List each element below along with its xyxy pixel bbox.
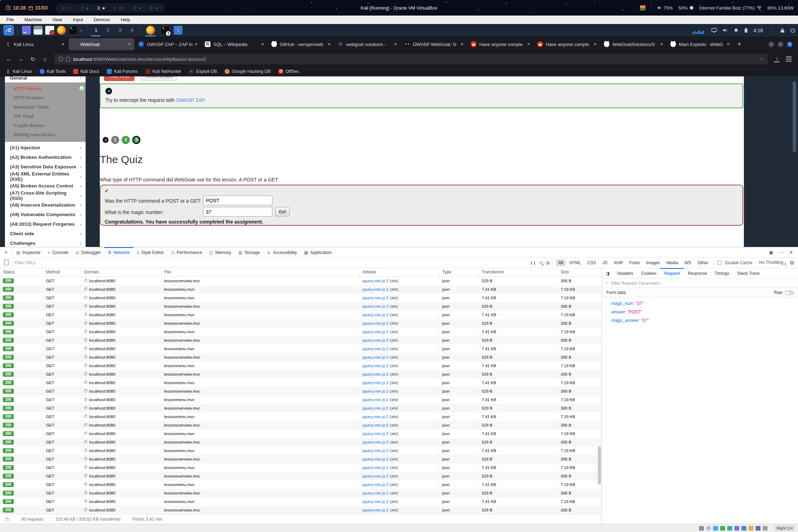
responsive-design-icon[interactable]: ▣	[769, 250, 773, 255]
throttling-select[interactable]: No Throttling▲▼	[759, 260, 786, 266]
workspace-item[interactable]: 5: ●	[134, 5, 141, 11]
request-details-tab[interactable]: Request	[660, 268, 684, 278]
sidebar-lesson-item[interactable]: HTTP Basics ✔	[5, 84, 86, 93]
sidebar-category-item[interactable]: (A7) Cross-Site Scripting (XSS) ›	[5, 191, 86, 200]
devtools-tab[interactable]: Style Editor	[133, 247, 167, 258]
initiator-link[interactable]: jquery.min.js:2	[363, 482, 388, 487]
sidebar-category-item[interactable]: (A4) XML External Entities (XXE) ›	[5, 172, 86, 181]
initiator-link[interactable]: jquery.min.js:2	[363, 313, 388, 317]
firefox-tab[interactable]: Main Exploits · WebG ✕	[667, 38, 733, 50]
volume-status[interactable]: 75%	[657, 5, 673, 11]
network-request-row[interactable]: 200 GET localhost:8080 lessonoverview.mv…	[0, 277, 602, 285]
network-request-row[interactable]: 200 GET localhost:8080 lessonoverview.mv…	[0, 319, 602, 328]
menubar-item[interactable]: Machine	[24, 17, 42, 22]
type-filter-button[interactable]: CSS	[585, 259, 599, 266]
cpu-graph-widget[interactable]	[692, 30, 704, 34]
workspace-item[interactable]: 3: ●	[97, 5, 105, 11]
devtools-tab[interactable]: Inspector	[13, 247, 44, 258]
column-header[interactable]: Size	[558, 268, 602, 276]
network-request-row[interactable]: 200 GET localhost:8080 lessonmenu.mvc jq…	[0, 395, 602, 404]
hamburger-menu-icon[interactable]	[786, 57, 792, 62]
audio-status-icon[interactable]	[713, 526, 718, 531]
url-bar[interactable]: localhost:8080/WebGoat/start.mvc#lesson/…	[54, 54, 768, 64]
brightness-status[interactable]: 50%	[678, 5, 694, 11]
initiator-link[interactable]: jquery.min.js:2	[363, 508, 388, 512]
menubar-item[interactable]: Input	[73, 17, 83, 22]
tab-close-icon[interactable]: ✕	[62, 42, 65, 47]
initiator-link[interactable]: jquery.min.js:2	[363, 304, 388, 308]
firefox-tab[interactable]: GitHub - vernjan/web ✕	[268, 38, 334, 50]
network-request-row[interactable]: 200 GET localhost:8080 lessonmenu.mvc jq…	[0, 497, 602, 506]
bookmark-item[interactable]: Kali Docs	[73, 69, 99, 74]
column-header[interactable]: Initiator	[360, 268, 439, 276]
maximize-button[interactable]	[778, 42, 783, 47]
initiator-link[interactable]: jquery.min.js:2	[363, 338, 388, 342]
terminal-launcher-icon[interactable]	[69, 26, 77, 35]
recording-status-icon[interactable]	[748, 526, 753, 531]
page-back-button[interactable]: ◄	[103, 137, 109, 143]
initiator-link[interactable]: jquery.min.js:2	[363, 287, 388, 291]
tab-close-icon[interactable]: ✕	[594, 42, 597, 47]
tab-close-icon[interactable]: ✕	[527, 42, 530, 47]
keyboard-layout-icon[interactable]	[640, 5, 646, 11]
vm-clock[interactable]: 4:16	[753, 28, 763, 33]
request-details-tab[interactable]: Response	[684, 268, 711, 278]
initiator-link[interactable]: jquery.min.js:2	[363, 499, 388, 504]
firefox-tab[interactable]: webgoat solutions - ✕	[335, 38, 400, 50]
network-request-row[interactable]: 200 GET localhost:8080 lessonoverview.mv…	[0, 506, 602, 514]
type-filter-button[interactable]: HTML	[567, 259, 584, 266]
workspace-number[interactable]: 2	[102, 24, 114, 36]
new-tab-button[interactable]: +	[734, 40, 745, 48]
hint-prev-icon[interactable]: ◄	[105, 88, 112, 94]
kali-menu-button[interactable]	[4, 26, 13, 35]
magic-number-input[interactable]	[203, 207, 272, 216]
request-list-scrollbar[interactable]	[598, 446, 601, 485]
block-requests-icon[interactable]	[546, 261, 549, 265]
pick-element-icon[interactable]: ⌖	[0, 247, 13, 258]
network-request-row[interactable]: 200 GET localhost:8080 lessonmenu.mvc jq…	[0, 446, 602, 455]
filter-request-parameters-input[interactable]	[611, 281, 798, 286]
go-button[interactable]: Go!	[275, 207, 290, 216]
network-request-row[interactable]: 200 GET localhost:8080 lessonmenu.mvc jq…	[0, 345, 602, 353]
devtools-tab[interactable]: Memory	[206, 247, 235, 258]
devtools-meatball-menu-icon[interactable]: ⋯	[779, 250, 783, 255]
initiator-link[interactable]: jquery.min.js:2	[363, 330, 388, 334]
workspace-number[interactable]: 3	[114, 24, 126, 36]
filter-urls-input[interactable]	[15, 260, 99, 265]
form-data-param[interactable]: magic_answer: "37"	[611, 318, 798, 323]
devtools-tab[interactable]: Accessibility	[264, 247, 301, 258]
sidebar-item-general[interactable]: General ›	[5, 76, 86, 82]
network-request-row[interactable]: 200 GET localhost:8080 lessonmenu.mvc jq…	[0, 463, 602, 472]
network-request-row[interactable]: 200 GET localhost:8080 lessonmenu.mvc jq…	[0, 328, 602, 336]
devtools-tab[interactable]: Network	[104, 247, 133, 258]
network-status-icon[interactable]	[720, 526, 725, 531]
network-request-row[interactable]: 200 GET localhost:8080 lessonmenu.mvc jq…	[0, 285, 602, 294]
workspace-item[interactable]: 4: </>	[114, 5, 125, 11]
column-header[interactable]: Domain	[81, 268, 161, 276]
bookmark-item[interactable]: OffSec	[278, 69, 299, 74]
network-request-row[interactable]: 200 GET localhost:8080 lessonoverview.mv…	[0, 387, 602, 395]
devtools-tab[interactable]: Performance	[167, 247, 206, 258]
type-filter-button[interactable]: XHR	[611, 259, 625, 266]
sidebar-lesson-item[interactable]: HTTP Proxies ✔	[5, 93, 86, 103]
initiator-link[interactable]: jquery.min.js:2	[363, 321, 388, 325]
column-header[interactable]: Status	[0, 268, 43, 276]
page-3-button[interactable]: 3	[132, 136, 140, 144]
split-panel-icon[interactable]: ◨	[602, 268, 613, 278]
bookmark-star-icon[interactable]: ☆	[759, 56, 763, 62]
column-header[interactable]: File	[161, 268, 360, 276]
bookmark-item[interactable]: Google Hacking DB	[225, 69, 271, 74]
initiator-link[interactable]: jquery.min.js:2	[363, 457, 388, 461]
workspace-item[interactable]: 6: ●	[150, 5, 158, 11]
form-data-section[interactable]: Form data Raw	[602, 288, 798, 297]
sidebar-lesson-item[interactable]: Writing new lesson ✔	[5, 130, 86, 139]
power-icon[interactable]	[790, 28, 795, 33]
tab-close-icon[interactable]: ✕	[261, 42, 264, 47]
hide-hints-button[interactable]: Hide hints	[104, 76, 134, 81]
sidebar-category-item[interactable]: (A1) Injection ›	[5, 143, 86, 152]
initiator-link[interactable]: jquery.min.js:2	[363, 474, 388, 478]
request-details-tab[interactable]: Headers	[613, 268, 637, 278]
initiator-link[interactable]: jquery.min.js:2	[363, 279, 388, 283]
volume-icon[interactable]	[723, 28, 728, 33]
sidebar-category-item[interactable]: (A3) Sensitive Data Exposure ›	[5, 162, 86, 172]
